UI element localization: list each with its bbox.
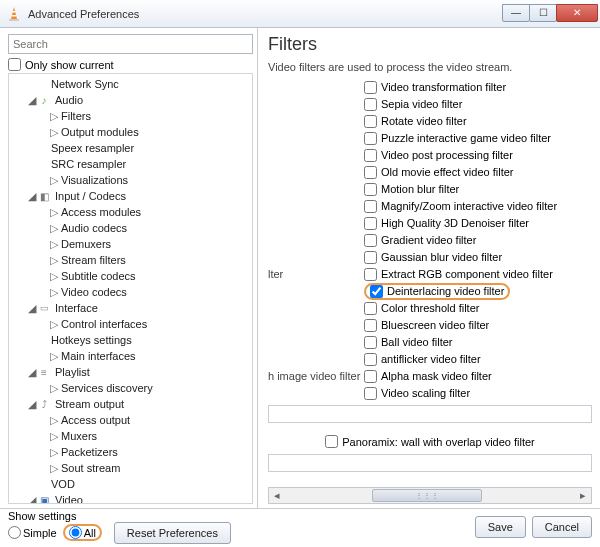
filter-text-input[interactable] [268,405,592,423]
expand-icon[interactable]: ▷ [49,350,59,363]
filter-video-transformation[interactable]: Video transformation filter [364,81,506,94]
tree-item-video[interactable]: ◢Video [9,492,252,504]
expand-icon[interactable]: ▷ [49,126,59,139]
footer: Show settings Simple All Reset Preferenc… [0,508,600,544]
only-show-current-checkbox[interactable]: Only show current [8,58,253,71]
tree-item-src[interactable]: SRC resampler [9,156,252,172]
tree-item-main-interfaces[interactable]: ▷Main interfaces [9,348,252,364]
tree-item-output-modules[interactable]: ▷Output modules [9,124,252,140]
tree-item-input-codecs[interactable]: ◢Input / Codecs [9,188,252,204]
expand-icon[interactable]: ▷ [49,286,59,299]
expand-icon[interactable]: ▷ [49,270,59,283]
filter-gaussian[interactable]: Gaussian blur video filter [364,251,502,264]
tree-item-interface[interactable]: ◢Interface [9,300,252,316]
tree-item-muxers[interactable]: ▷Muxers [9,428,252,444]
page-title: Filters [268,34,592,55]
cancel-button[interactable]: Cancel [532,516,592,538]
filter-extract-rgb[interactable]: Extract RGB component video filter [364,268,553,281]
stream-output-icon [37,398,51,410]
filter-bluescreen[interactable]: Bluescreen video filter [364,319,489,332]
radio-simple[interactable]: Simple [8,526,57,539]
maximize-button[interactable]: ☐ [529,4,557,22]
collapse-icon[interactable]: ◢ [27,302,37,315]
save-button[interactable]: Save [475,516,526,538]
scroll-thumb[interactable]: ⋮⋮⋮ [372,489,482,502]
tree-item-access-output[interactable]: ▷Access output [9,412,252,428]
expand-icon[interactable]: ▷ [49,110,59,123]
svg-rect-1 [9,19,19,21]
expand-icon[interactable]: ▷ [49,238,59,251]
tree-item-demuxers[interactable]: ▷Demuxers [9,236,252,252]
filter-hq3d[interactable]: High Quality 3D Denoiser filter [364,217,529,230]
expand-icon[interactable]: ▷ [49,446,59,459]
expand-icon[interactable]: ▷ [49,414,59,427]
expand-icon[interactable]: ▷ [49,382,59,395]
tree-item-services-discovery[interactable]: ▷Services discovery [9,380,252,396]
expand-icon[interactable]: ▷ [49,174,59,187]
reset-preferences-button[interactable]: Reset Preferences [114,522,231,544]
preferences-tree[interactable]: Network Sync ◢Audio ▷Filters ▷Output mod… [8,73,253,504]
filter-alphamask[interactable]: Alpha mask video filter [364,370,492,383]
scroll-right-icon[interactable]: ▸ [575,489,591,502]
window-title: Advanced Preferences [28,8,503,20]
tree-item-video-codecs[interactable]: ▷Video codecs [9,284,252,300]
tree-item-sout-stream[interactable]: ▷Sout stream [9,460,252,476]
tree-item-subtitle-codecs[interactable]: ▷Subtitle codecs [9,268,252,284]
tree-item-speex[interactable]: Speex resampler [9,140,252,156]
filter-postproc[interactable]: Video post processing filter [364,149,513,162]
tree-item-hotkeys[interactable]: Hotkeys settings [9,332,252,348]
panoramix-text-input[interactable] [268,454,592,472]
filter-antiflicker[interactable]: antiflicker video filter [364,353,481,366]
video-icon [37,494,51,504]
collapse-icon[interactable]: ◢ [27,494,37,505]
tree-item-audio-filters[interactable]: ▷Filters [9,108,252,124]
minimize-button[interactable]: — [502,4,530,22]
svg-rect-3 [12,15,17,17]
tree-item-audio[interactable]: ◢Audio [9,92,252,108]
only-show-current-box[interactable] [8,58,21,71]
tree-item-access-modules[interactable]: ▷Access modules [9,204,252,220]
filter-color-threshold[interactable]: Color threshold filter [364,302,479,315]
radio-all[interactable]: All [69,526,96,539]
filter-gradient[interactable]: Gradient video filter [364,234,476,247]
filter-list: Video transformation filter Sepia video … [268,79,592,487]
page-description: Video filters are used to process the vi… [268,61,592,73]
collapse-icon[interactable]: ◢ [27,94,37,107]
tree-item-vod[interactable]: VOD [9,476,252,492]
filter-motionblur[interactable]: Motion blur filter [364,183,459,196]
tree-item-network-sync[interactable]: Network Sync [9,76,252,92]
filter-rotate[interactable]: Rotate video filter [364,115,467,128]
tree-item-stream-filters[interactable]: ▷Stream filters [9,252,252,268]
tree-item-stream-output[interactable]: ◢Stream output [9,396,252,412]
expand-icon[interactable]: ▷ [49,462,59,475]
tree-item-control-interfaces[interactable]: ▷Control interfaces [9,316,252,332]
filter-ball[interactable]: Ball video filter [364,336,453,349]
filter-panoramix[interactable]: Panoramix: wall with overlap video filte… [325,435,535,448]
right-panel: Filters Video filters are used to proces… [258,28,600,508]
filter-deinterlacing[interactable]: Deinterlacing video filter [364,283,510,300]
tree-item-playlist[interactable]: ◢Playlist [9,364,252,380]
collapse-icon[interactable]: ◢ [27,398,37,411]
filter-puzzle[interactable]: Puzzle interactive game video filter [364,132,551,145]
expand-icon[interactable]: ▷ [49,430,59,443]
expand-icon[interactable]: ▷ [49,222,59,235]
filter-sepia[interactable]: Sepia video filter [364,98,462,111]
close-button[interactable]: ✕ [556,4,598,22]
scroll-left-icon[interactable]: ◂ [269,489,285,502]
filter-scaling[interactable]: Video scaling filter [364,387,470,400]
side-label-lter: lter [268,268,364,280]
expand-icon[interactable]: ▷ [49,254,59,267]
filter-magnify[interactable]: Magnify/Zoom interactive video filter [364,200,557,213]
vlc-cone-icon [6,6,22,22]
tree-item-audio-codecs[interactable]: ▷Audio codecs [9,220,252,236]
collapse-icon[interactable]: ◢ [27,190,37,203]
horizontal-scrollbar[interactable]: ◂ ⋮⋮⋮ ▸ [268,487,592,504]
expand-icon[interactable]: ▷ [49,318,59,331]
expand-icon[interactable]: ▷ [49,206,59,219]
tree-item-packetizers[interactable]: ▷Packetizers [9,444,252,460]
search-input[interactable] [8,34,253,54]
filter-oldmovie[interactable]: Old movie effect video filter [364,166,513,179]
tree-item-visualizations[interactable]: ▷Visualizations [9,172,252,188]
collapse-icon[interactable]: ◢ [27,366,37,379]
titlebar: Advanced Preferences — ☐ ✕ [0,0,600,28]
